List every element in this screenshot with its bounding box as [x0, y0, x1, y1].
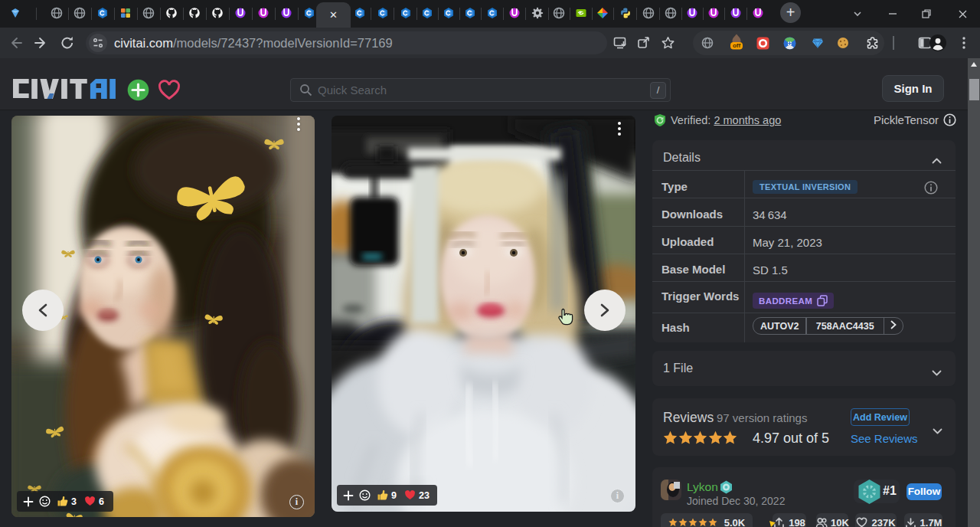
svg-text:off: off [733, 42, 741, 49]
